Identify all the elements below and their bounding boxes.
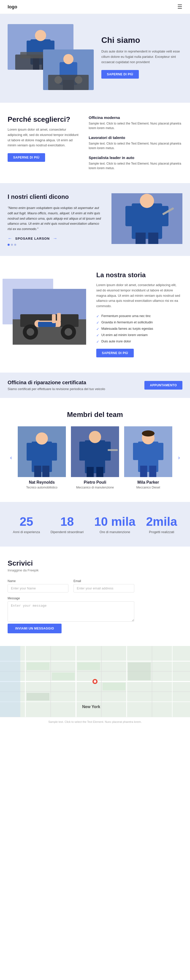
why-feature-3-title: Specialista leader in auto: [89, 156, 182, 160]
why-section: Perché sceglierci? Lorem ipsum dolor sit…: [0, 103, 190, 183]
checkmark-icon: ✓: [96, 340, 99, 344]
message-input[interactable]: [8, 601, 134, 622]
story-description: Lorem ipsum dolor sit amet, consectetur …: [96, 283, 182, 309]
testimonial-dot-1[interactable]: [8, 244, 10, 246]
team-title: Membri del team: [8, 410, 182, 419]
team-member-3-image: [124, 426, 172, 477]
testimonials-title: I nostri clienti dicono: [8, 193, 104, 200]
svg-rect-79: [0, 646, 20, 717]
name-input[interactable]: [8, 584, 68, 592]
story-section: La nostra storia Lorem ipsum dolor sit a…: [0, 256, 190, 372]
svg-rect-73: [27, 662, 49, 670]
svg-rect-22: [125, 206, 133, 226]
stat-1: 25 Anni di esperienza: [13, 515, 40, 534]
stat-2: 18 Dipendenti straordinari: [51, 515, 84, 534]
why-cta-button[interactable]: SAPERNE DI PIÙ: [8, 153, 45, 162]
svg-point-31: [65, 328, 72, 336]
email-input[interactable]: [73, 584, 134, 592]
svg-rect-48: [96, 467, 103, 477]
checkmark-icon: ✓: [96, 327, 99, 331]
team-card-3: Mila Parker Meccanico Diesel: [124, 426, 172, 489]
svg-rect-58: [133, 443, 139, 460]
testimonials-section: I nostri clienti dicono "Nemo enim ipsam…: [0, 183, 190, 256]
stat-4-label: Progetti realizzati: [146, 530, 177, 534]
team-cards: Nat Reynolds Tecnico automobilistico: [14, 426, 175, 489]
svg-point-82: [94, 680, 96, 683]
why-feature-3: Specialista leader in auto Sample text. …: [89, 156, 182, 170]
cta-banner-title: Officina di riparazione certificata: [8, 380, 105, 385]
why-feature-1-title: Officina moderna: [89, 115, 182, 120]
team-member-1-role: Tecnico automobilistico: [18, 486, 66, 489]
svg-rect-21: [148, 232, 158, 244]
story-check-3: ✓Malesuada fames ac turpis egestas: [96, 327, 182, 331]
hero-description: Duis aute dolor in reprehenderit in volu…: [101, 49, 182, 65]
svg-point-16: [75, 76, 82, 84]
hero-section: Chi siamo Duis aute dolor in reprehender…: [0, 14, 190, 103]
story-image-wrap: [8, 284, 89, 345]
menu-button[interactable]: ☰: [177, 3, 182, 10]
team-member-2-image: [71, 426, 119, 477]
svg-point-39: [36, 433, 48, 445]
contact-form: Name Email Message INVIAMI UN MESSAGGIO: [8, 579, 134, 633]
svg-rect-42: [27, 443, 32, 461]
team-member-1-image: [18, 426, 66, 477]
cta-banner-button[interactable]: APPUNTAMENTO: [144, 381, 182, 390]
hero-image-secondary: [43, 49, 94, 90]
story-image: [13, 289, 86, 345]
why-features: Officina moderna Sample text. Click to s…: [89, 115, 182, 170]
svg-point-55: [142, 430, 155, 436]
svg-point-11: [63, 54, 73, 64]
map-placeholder: New York: [0, 646, 190, 717]
svg-rect-56: [140, 466, 147, 477]
testimonial-quote: "Nemo enim ipsam voluptatem quia volupta…: [8, 205, 104, 232]
contact-subtitle: Innaggine da Freepik: [8, 568, 182, 572]
team-next-arrow[interactable]: ›: [176, 455, 182, 461]
team-member-3-name: Mila Parker: [124, 480, 172, 485]
why-description: Lorem ipsum dolor sit amet, consectetur …: [8, 127, 79, 148]
svg-rect-40: [34, 466, 41, 477]
hero-cta-button[interactable]: SAPERNE DI PIÙ: [101, 70, 139, 79]
form-row-name-email: Name Email: [8, 579, 134, 592]
hero-images: [8, 24, 94, 90]
svg-point-29: [27, 328, 34, 336]
form-group-name: Name: [8, 579, 68, 592]
stat-3: 10 mila Ore di manutenzione: [94, 515, 136, 534]
story-content: La nostra storia Lorem ipsum dolor sit a…: [96, 271, 182, 357]
svg-rect-76: [103, 683, 125, 690]
testimonial-next-arrow[interactable]: →: [53, 236, 57, 241]
contact-section: Scrivici Innaggine da Freepik Name Email…: [0, 547, 190, 646]
cta-banner: Officina di riparazione certificata Siam…: [0, 372, 190, 398]
map-section: New York: [0, 646, 190, 717]
testimonial-dot-2[interactable]: [11, 244, 13, 246]
hero-content: Chi siamo Duis aute dolor in reprehender…: [101, 35, 182, 78]
testimonial-prev-arrow[interactable]: ←: [8, 236, 12, 241]
cta-banner-description: Siamo certificati per effettuare la revi…: [8, 387, 105, 391]
why-feature-3-desc: Sample text. Click to select the Text El…: [89, 161, 182, 170]
svg-rect-59: [158, 443, 163, 460]
team-card-2: Pietro Pouli Meccanico di manutenzione: [71, 426, 119, 489]
testimonial-dot-3[interactable]: [14, 244, 16, 246]
svg-rect-35: [52, 314, 56, 323]
submit-button[interactable]: INVIAMI UN MESSAGGIO: [8, 624, 62, 633]
footer-text: Sample text. Click to select the Text El…: [48, 720, 142, 723]
team-member-2-role: Meccanico di manutenzione: [71, 486, 119, 489]
logo: logo: [8, 4, 17, 10]
story-cta-button[interactable]: SAPERNE DI PIÙ: [96, 349, 134, 357]
svg-rect-75: [77, 662, 100, 670]
team-prev-arrow[interactable]: ‹: [8, 455, 14, 461]
svg-point-46: [89, 431, 101, 443]
map-svg: New York: [0, 646, 190, 717]
why-feature-1: Officina moderna Sample text. Click to s…: [89, 115, 182, 130]
checkmark-icon: ✓: [96, 314, 99, 318]
story-check-5: ✓Duis aute irure dolor: [96, 339, 182, 344]
contact-title: Scrivici: [8, 559, 182, 567]
svg-point-2: [35, 30, 46, 41]
header: logo ☰: [0, 0, 190, 14]
stat-4: 2mila Progetti realizzati: [146, 515, 177, 534]
testimonial-dots: [8, 244, 104, 246]
why-feature-1-desc: Sample text. Click to select the Text El…: [89, 121, 182, 130]
stat-4-number: 2mila: [146, 515, 177, 528]
why-feature-2-title: Lavoratori di talento: [89, 135, 182, 140]
hero-title: Chi siamo: [101, 35, 182, 45]
stat-1-number: 25: [13, 515, 40, 528]
